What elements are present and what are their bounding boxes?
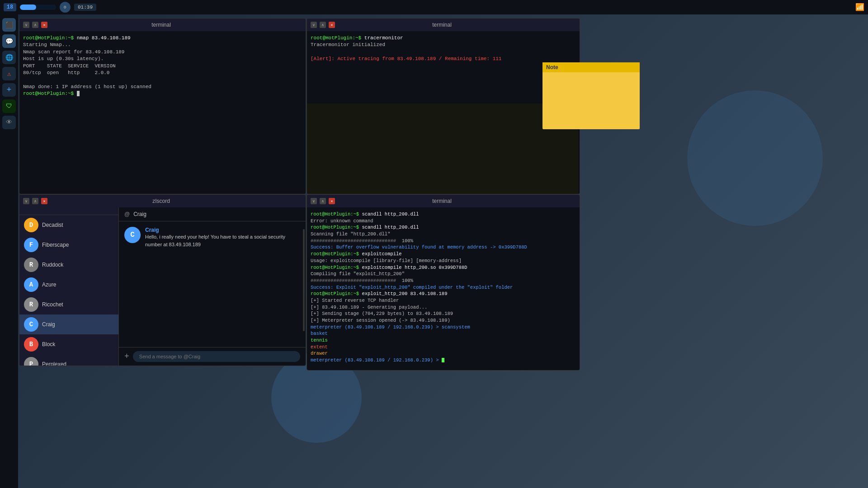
taskbar: 18 ⚙ 01:39 📶 <box>0 0 868 14</box>
user-item-azure[interactable]: A Azure <box>19 275 118 295</box>
ziscord-minimize[interactable]: ∨ <box>23 198 29 204</box>
terminal2-maximize[interactable]: ∧ <box>320 22 326 28</box>
ziscord-sidebar: D Decadist F Fiberscape R Ruddock A Azur… <box>19 207 119 366</box>
username-ruddock: Ruddock <box>42 262 63 268</box>
sidebar: ⬛ 💬 🌐 ⚠ + 🛡 👁 <box>0 14 18 488</box>
terminal1-maximize[interactable]: ∧ <box>32 22 38 28</box>
sidebar-icon-globe[interactable]: 🌐 <box>2 51 16 64</box>
avatar-perplexed: P <box>24 357 38 366</box>
user-item-decadist[interactable]: D Decadist <box>19 215 118 235</box>
sidebar-icon-alert[interactable]: ⚠ <box>2 67 16 80</box>
terminal3-titlebar: ∨ ∧ ✕ terminal <box>307 195 580 207</box>
username-perplexed: Perplexed <box>42 361 66 366</box>
user-item-fiberscape[interactable]: F Fiberscape <box>19 235 118 255</box>
ziscord-layout: D Decadist F Fiberscape R Ruddock A Azur… <box>19 207 306 366</box>
avatar-ruddock: R <box>24 258 38 272</box>
terminal1-body[interactable]: root@HotPlugin:~$ nmap 83.49.108.189 Sta… <box>19 31 306 194</box>
avatar-block: B <box>24 337 38 352</box>
avatar-ricochet: R <box>24 297 38 312</box>
ziscord-maximize[interactable]: ∧ <box>32 198 38 204</box>
user-item-perplexed[interactable]: P Perplexed <box>19 354 118 366</box>
xp-fill <box>20 5 36 10</box>
terminal3-close[interactable]: ✕ <box>329 198 335 204</box>
taskbar-time: 01:39 <box>74 4 96 11</box>
terminal2-alert: [Alert]: Active tracing from 83.49.108.1… <box>311 56 576 62</box>
t3-folder-extent: extent <box>311 344 576 351</box>
terminal2-close[interactable]: ✕ <box>329 22 335 28</box>
terminal2-line2: Tracermonitor initialized <box>311 42 576 48</box>
username-block: Block <box>42 341 55 347</box>
terminal3-body[interactable]: root@HotPlugin:~$ scandll http_200.dll E… <box>307 207 580 370</box>
t3-line13: root@HotPlugin:~$ exploit_http_200 83.49… <box>311 291 576 297</box>
terminal2-titlebar: ∨ ∧ ✕ terminal <box>307 19 580 31</box>
terminal1-minimize[interactable]: ∨ <box>23 22 29 28</box>
terminal1-line7: Nmap done: 1 IP address (1 host up) scan… <box>23 84 302 90</box>
terminal1-title: terminal <box>151 22 171 28</box>
terminal2-body[interactable]: root@HotPlugin:~$ tracermonitor Tracermo… <box>307 31 580 194</box>
terminal2-title: terminal <box>432 22 452 28</box>
message-content-craig: Craig Hello, i really need your help! Yo… <box>145 227 285 248</box>
scroll-indicator <box>303 229 305 332</box>
terminal-nmap: ∨ ∧ ✕ terminal root@HotPlugin:~$ nmap 83… <box>19 18 306 194</box>
t3-line8: Usage: exploitcompile [library-file] [me… <box>311 258 576 264</box>
message-text-craig: Hello, i really need your help! You have… <box>145 233 285 248</box>
ziscord-chat: @ Craig C Craig Hello, i really need you… <box>119 207 306 366</box>
terminal1-line8: root@HotPlugin:~$ <box>23 90 302 97</box>
t3-meterpreter-prompt: meterpreter (83.49.108.189 / 192.168.0.2… <box>311 357 576 364</box>
t3-line11: ############################## 100% <box>311 277 576 284</box>
terminal1-line5: PORT STATE SERVICE VERSION <box>23 63 302 70</box>
note-header: Note <box>542 62 640 72</box>
terminal3-minimize[interactable]: ∨ <box>311 198 317 204</box>
sidebar-icon-terminal[interactable]: ⬛ <box>2 18 16 32</box>
avatar-fiberscape: F <box>24 238 38 252</box>
username-azure: Azure <box>42 282 56 288</box>
username-decadist: Decadist <box>42 222 63 228</box>
username-fiberscape: Fiberscape <box>42 242 69 248</box>
ziscord-title: zIscord <box>152 198 170 204</box>
chat-plus-icon[interactable]: + <box>124 352 129 361</box>
sidebar-icon-eye[interactable]: 👁 <box>2 116 16 129</box>
ziscord-body: D Decadist F Fiberscape R Ruddock A Azur… <box>19 207 306 366</box>
ziscord-window: ∨ ∧ ✕ zIscord D Decadist F Fibers <box>19 194 306 366</box>
t3-line15: [+] 83.49.108.189 - Generating payload..… <box>311 304 576 311</box>
chat-messages: C Craig Hello, i really need your help! … <box>119 221 306 347</box>
terminal3-controls: ∨ ∧ ✕ <box>311 198 335 204</box>
terminal1-line4: Host is up (0.30s latency). <box>23 56 302 62</box>
user-item-block[interactable]: B Block <box>19 334 118 354</box>
level-badge: 18 <box>4 3 16 11</box>
terminal3-maximize[interactable]: ∧ <box>320 198 326 204</box>
user-item-ricochet[interactable]: R Ricochet <box>19 295 118 314</box>
terminal1-line3: Nmap scan report for 83.49.108.189 <box>23 49 302 56</box>
user-item-craig[interactable]: C Craig <box>19 314 118 334</box>
terminal2-minimize[interactable]: ∨ <box>311 22 317 28</box>
chat-input[interactable] <box>133 351 300 362</box>
t3-line14: [+] Started reverse TCP handler <box>311 297 576 304</box>
t3-line6: Success: Buffer overflow vulnerability f… <box>311 244 576 251</box>
sidebar-icon-green[interactable]: 🛡 <box>2 99 16 113</box>
t3-folder-drawer: drawer <box>311 350 576 357</box>
terminal2-line1: root@HotPlugin:~$ tracermonitor <box>311 35 576 42</box>
username-ricochet: Ricochet <box>42 301 63 308</box>
note-body[interactable] <box>542 72 640 127</box>
chat-input-area[interactable]: + <box>119 347 306 366</box>
avatar-craig: C <box>24 317 38 332</box>
t3-line17: [+] Meterpreter session opened (-> 83.49… <box>311 317 576 324</box>
ziscord-controls: ∨ ∧ ✕ <box>23 198 47 204</box>
ziscord-close[interactable]: ✕ <box>41 198 47 204</box>
t3-folder-basket: basket <box>311 330 576 337</box>
t3-line18: meterpreter (83.49.108.189 / 192.168.0.2… <box>311 324 576 331</box>
wifi-icon: 📶 <box>855 3 864 12</box>
username-craig: Craig <box>42 321 55 328</box>
xp-bar <box>20 5 56 10</box>
sidebar-icon-add[interactable]: + <box>2 83 16 97</box>
at-symbol: @ <box>124 211 130 217</box>
message-craig: C Craig Hello, i really need your help! … <box>124 227 300 248</box>
sidebar-icon-discord[interactable]: 💬 <box>2 34 16 48</box>
t3-line7: root@HotPlugin:~$ exploitcompile <box>311 251 576 258</box>
user-item-ruddock[interactable]: R Ruddock <box>19 255 118 275</box>
terminal1-line2: Starting Nmap... <box>23 42 302 48</box>
t3-line12: Success: Exploit "exploit_http_200" comp… <box>311 284 576 291</box>
t3-folder-tennis: tennis <box>311 337 576 344</box>
terminal1-close[interactable]: ✕ <box>41 22 47 28</box>
t3-line4: Scanning file "http_200.dll" <box>311 231 576 238</box>
